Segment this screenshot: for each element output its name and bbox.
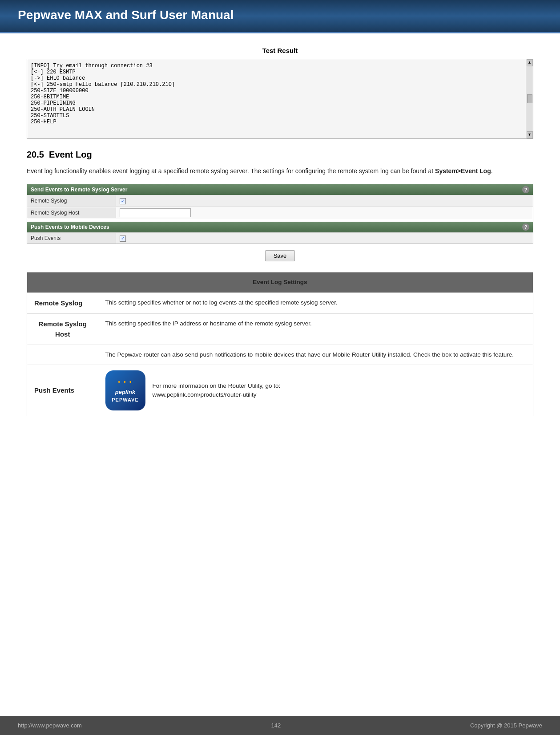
test-result-title: Test Result [27,47,533,54]
setting-desc-push-events: • • • peplink PEPWAVE For more informati… [98,365,533,416]
test-result-box: [INFO] Try email through connection #3 [… [27,59,533,139]
save-btn-row: Save [27,250,533,261]
test-line-6: 250-8BITMIME [31,94,521,100]
config-row-push-events: Push Events ✓ [27,232,533,244]
setting-desc-remote-syslog: This setting specifies whether or not to… [98,292,533,314]
section-heading: 20.5 Event Log [27,150,533,160]
config-row-remote-syslog: Remote Syslog ✓ [27,195,533,206]
test-line-10: 250-HELP [31,119,521,125]
section1-help-icon[interactable]: ? [522,186,529,193]
test-result-lines: [INFO] Try email through connection #3 [… [31,63,529,125]
peplink-logo: • • • peplink PEPWAVE [105,370,145,410]
setting-name-empty [27,345,98,365]
settings-row-push-events: Push Events • • • peplink PEPWAVE For mo… [27,365,533,416]
config-row-remote-syslog-host: Remote Syslog Host [27,206,533,219]
config-panel: Send Events to Remote Syslog Server ? Re… [27,184,533,244]
push-events-info: For more information on the Router Utili… [153,382,281,400]
remote-syslog-checkbox[interactable]: ✓ [120,198,126,204]
page-footer: http://www.pepwave.com 142 Copyright @ 2… [0,716,560,735]
push-events-label: Push Events [27,233,116,244]
section2-help-icon[interactable]: ? [522,223,529,231]
footer-url: http://www.pepwave.com [18,722,82,729]
setting-name-remote-syslog: Remote Syslog [27,292,98,314]
push-events-content: • • • peplink PEPWAVE For more informati… [105,370,526,410]
footer-page-number: 142 [271,722,281,729]
settings-table: Event Log Settings Remote Syslog This se… [27,272,533,416]
test-line-7: 250-PIPELINING [31,100,521,106]
section-title: Event Log [49,150,92,159]
scroll-down-button[interactable]: ▼ [527,131,533,138]
push-events-value: ✓ [116,233,533,244]
settings-row-push-intro: The Pepwave router can also send push no… [27,345,533,365]
page-header: Pepwave MAX and Surf User Manual [0,0,560,33]
test-line-1: [INFO] Try email through connection #3 [31,63,521,69]
settings-row-remote-syslog: Remote Syslog This setting specifies whe… [27,292,533,314]
test-line-3: [->] EHLO balance [31,75,521,81]
footer-copyright: Copyright @ 2015 Pepwave [470,722,542,729]
peplink-text: peplink [115,388,136,397]
main-content: Test Result [INFO] Try email through con… [0,33,560,716]
push-events-checkbox[interactable]: ✓ [120,236,126,242]
pepwave-text: PEPWAVE [112,396,139,404]
section1-header: Send Events to Remote Syslog Server ? [27,184,533,195]
section-body: Event log functionality enables event lo… [27,166,533,176]
test-line-4: [<-] 250-smtp Hello balance [210.210.210… [31,81,521,88]
page-title: Pepwave MAX and Surf User Manual [18,8,542,22]
test-line-8: 250-AUTH PLAIN LOGIN [31,106,521,113]
test-line-9: 250-STARTTLS [31,113,521,119]
scroll-thumb[interactable] [527,94,532,103]
setting-desc-remote-syslog-host: This setting specifies the IP address or… [98,314,533,345]
peplink-dots: • • • [118,378,132,387]
remote-syslog-label: Remote Syslog [27,195,116,206]
remote-syslog-host-label: Remote Syslog Host [27,207,116,218]
save-button[interactable]: Save [265,250,295,261]
remote-syslog-host-input[interactable] [120,208,191,217]
setting-name-remote-syslog-host: Remote SyslogHost [27,314,98,345]
scroll-up-button[interactable]: ▲ [527,59,533,66]
scrollbar[interactable]: ▲ ▼ [526,59,533,138]
setting-desc-push-intro: The Pepwave router can also send push no… [98,345,533,365]
setting-name-push-events: Push Events [27,365,98,416]
section-number: 20.5 [27,150,44,159]
test-line-5: 250-SIZE 100000000 [31,88,521,94]
remote-syslog-value: ✓ [116,196,533,206]
section2-header: Push Events to Mobile Devices ? [27,222,533,232]
settings-row-remote-syslog-host: Remote SyslogHost This setting specifies… [27,314,533,345]
remote-syslog-host-value [116,207,533,219]
test-line-2: [<-] 220 ESMTP [31,69,521,75]
settings-table-header: Event Log Settings [27,272,533,292]
